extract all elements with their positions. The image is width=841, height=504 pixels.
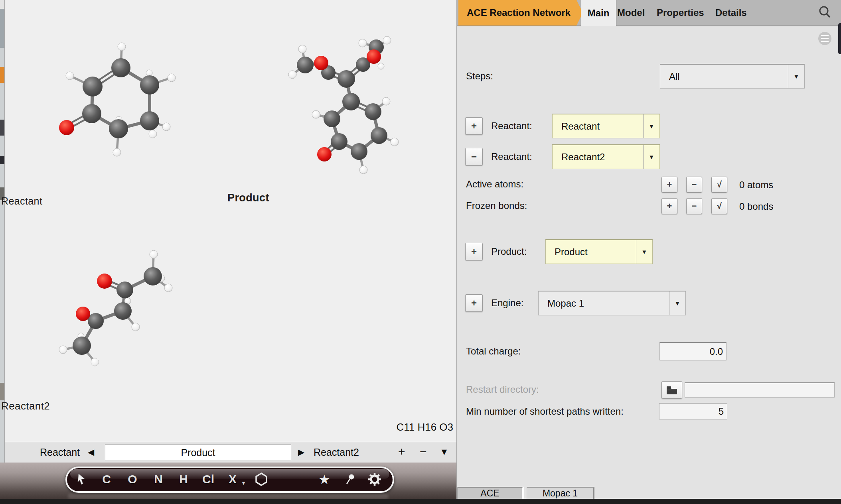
chevron-down-icon: ▼ <box>669 291 685 315</box>
total-charge-input[interactable] <box>659 342 726 360</box>
bottom-tab-mopac[interactable]: Mopac 1 <box>527 487 594 499</box>
background-window-sliver <box>0 0 5 463</box>
folder-icon <box>666 385 678 395</box>
element-h-button[interactable]: H <box>176 468 191 490</box>
molecule-viewport-3d[interactable]: Reactant Product Reactant2 C11 H16 O3 <box>0 0 456 442</box>
background-window-corner <box>838 23 841 54</box>
settings-gear-icon[interactable] <box>367 468 383 490</box>
tab-model[interactable]: Model <box>617 0 645 26</box>
add-engine-button[interactable]: + <box>465 294 483 312</box>
panel-menu-icon[interactable] <box>818 32 831 45</box>
chevron-down-icon: ▼ <box>636 240 652 264</box>
product-select[interactable]: Product ▼ <box>545 239 653 264</box>
active-atoms-remove-button[interactable]: − <box>686 177 702 193</box>
steps-label: Steps: <box>466 71 493 82</box>
active-atoms-label: Active atoms: <box>466 179 523 190</box>
pointer-balloon-icon[interactable] <box>344 468 356 490</box>
tab-properties[interactable]: Properties <box>657 0 704 26</box>
engine-select[interactable]: Mopac 1 ▼ <box>538 291 686 315</box>
element-cl-button[interactable]: Cl <box>200 468 216 490</box>
next-structure-label[interactable]: Reactant2 <box>314 447 359 458</box>
element-o-button[interactable]: O <box>124 468 140 490</box>
element-n-button[interactable]: N <box>150 468 166 490</box>
frozen-bonds-label: Frozen bonds: <box>466 200 527 211</box>
tab-ace-reaction-network[interactable]: ACE Reaction Network <box>458 0 583 26</box>
restart-directory-browse-button[interactable] <box>661 381 682 399</box>
ace-reaction-network-panel: ACE Reaction Network Main Model Properti… <box>456 0 841 504</box>
add-reactant-button[interactable]: + <box>465 117 483 135</box>
reactant2-label: Reactant: <box>491 151 532 162</box>
current-structure-input[interactable] <box>105 444 291 461</box>
reactant1-select[interactable]: Reactant ▼ <box>552 114 660 138</box>
frozen-bonds-remove-button[interactable]: − <box>686 198 702 214</box>
engine-label: Engine: <box>491 297 523 309</box>
molecular-formula: C11 H16 O3 <box>391 421 453 433</box>
chevron-down-icon: ▼ <box>643 145 659 169</box>
add-product-button[interactable]: + <box>465 243 483 260</box>
product-label: Product: <box>491 246 527 257</box>
remove-reactant-button[interactable]: − <box>465 148 483 165</box>
restart-directory-input[interactable] <box>685 382 835 398</box>
remove-structure-button[interactable]: − <box>420 445 427 459</box>
molecule-label-reactant: Reactant <box>1 195 42 207</box>
frozen-bonds-check-button[interactable]: √ <box>711 198 727 214</box>
min-paths-label: Min number of shortest paths written: <box>466 406 624 417</box>
structure-menu-button[interactable]: ▼ <box>440 447 449 457</box>
active-atoms-add-button[interactable]: + <box>661 177 677 193</box>
element-c-button[interactable]: C <box>99 468 115 490</box>
reactant1-label: Reactant: <box>491 120 532 132</box>
restart-directory-label: Restart directory: <box>466 384 539 395</box>
chevron-down-icon: ▼ <box>643 114 659 138</box>
steps-select[interactable]: All ▼ <box>660 64 805 89</box>
select-cursor-icon[interactable] <box>76 468 87 490</box>
add-structure-button[interactable]: + <box>398 445 405 459</box>
prev-structure-label[interactable]: Reactant <box>40 447 80 458</box>
background-orange-block <box>0 67 4 83</box>
molecule-label-product: Product <box>227 192 269 204</box>
tab-details[interactable]: Details <box>715 0 747 26</box>
tab-separator <box>616 0 616 26</box>
panel-tab-bar: ACE Reaction Network Main Model Properti… <box>457 0 841 26</box>
frozen-bonds-count: 0 bonds <box>739 201 773 212</box>
element-x-button[interactable]: X <box>225 468 241 490</box>
next-structure-icon[interactable]: ▶ <box>298 447 304 457</box>
window-bottom-edge <box>0 499 841 504</box>
active-atoms-check-button[interactable]: √ <box>711 177 727 193</box>
reactant2-select[interactable]: Reactant2 ▼ <box>552 144 660 169</box>
min-paths-input[interactable] <box>659 403 727 419</box>
ring-tool-icon[interactable] <box>254 468 268 490</box>
total-charge-label: Total charge: <box>466 346 521 357</box>
chevron-down-icon: ▼ <box>788 65 804 88</box>
active-atoms-count: 0 atoms <box>739 179 773 191</box>
element-x-dropdown-icon[interactable]: ▼ <box>241 480 246 486</box>
bottom-tab-ace[interactable]: ACE <box>457 487 524 499</box>
search-icon[interactable] <box>817 4 833 20</box>
favorites-star-icon[interactable]: ★ <box>316 468 332 490</box>
frozen-bonds-add-button[interactable]: + <box>661 198 677 214</box>
element-toolbar: CONHClX ▼ ★ <box>65 467 394 493</box>
toolbar-dock: CONHClX ▼ ★ <box>0 463 456 499</box>
ams-input-window: Reactant Product Reactant2 C11 H16 O3 Re… <box>0 0 841 504</box>
molecule-label-reactant2: Reactant2 <box>1 400 50 412</box>
pill-reflection <box>68 494 389 499</box>
prev-structure-icon[interactable]: ◀ <box>88 447 94 457</box>
molecule-canvas <box>0 0 456 442</box>
tab-main[interactable]: Main <box>581 0 616 26</box>
